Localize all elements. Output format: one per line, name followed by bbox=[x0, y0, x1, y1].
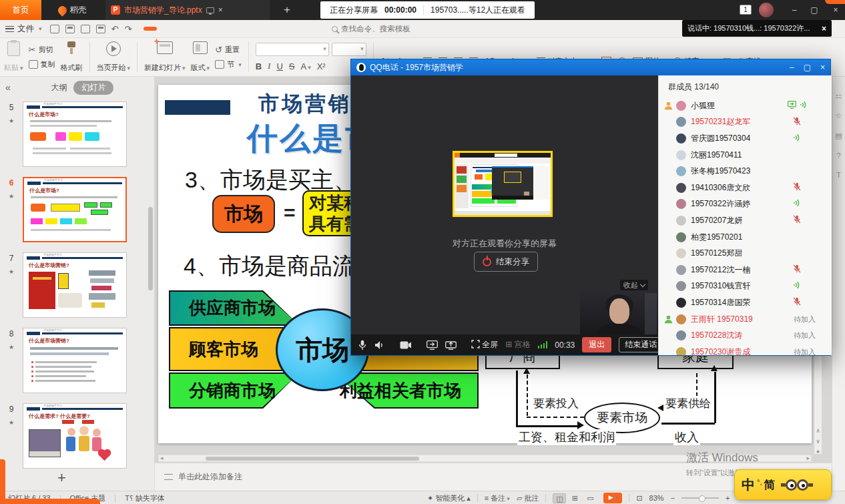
menu-tab[interactable] bbox=[240, 27, 253, 31]
font-family-select[interactable] bbox=[256, 43, 329, 56]
zoom-out-button[interactable]: − bbox=[671, 494, 675, 502]
tab-home[interactable]: 首页 bbox=[0, 0, 41, 20]
restore-button[interactable]: ▢ bbox=[805, 0, 824, 20]
undo-icon[interactable]: ↶ bbox=[111, 24, 119, 34]
slide-thumbnail[interactable]: 市场营销学导论 什么是市场营销? bbox=[23, 252, 127, 318]
ime-indicator[interactable]: 中 °, 简 bbox=[734, 469, 832, 500]
help-icon[interactable]: ? bbox=[836, 152, 840, 160]
close-tab-icon[interactable]: × bbox=[218, 0, 223, 20]
message-count-badge[interactable]: 1 bbox=[740, 5, 752, 15]
prev-slide-button[interactable]: ∧ bbox=[816, 427, 820, 434]
beautify-button[interactable]: ✦ 智能美化 ▴ bbox=[427, 493, 471, 503]
new-tab-button[interactable]: + bbox=[278, 0, 296, 20]
notes-toggle-button[interactable]: ≡ 备注 bbox=[485, 493, 510, 503]
paste-button[interactable]: 粘贴 bbox=[4, 40, 23, 74]
qq-restore-button[interactable]: ▢ bbox=[804, 63, 811, 72]
menu-tab[interactable] bbox=[144, 27, 157, 31]
tab-outline[interactable]: 大纲 bbox=[51, 82, 67, 93]
menu-tab[interactable] bbox=[192, 27, 205, 31]
collapse-video-button[interactable]: 收起 bbox=[620, 280, 648, 290]
sidebar-scrollbar[interactable] bbox=[148, 207, 153, 290]
qq-close-button[interactable]: × bbox=[820, 63, 825, 72]
scrollbar-thumb[interactable] bbox=[206, 457, 419, 461]
reading-view-button[interactable]: ▭ bbox=[583, 493, 597, 503]
toast-close-icon[interactable]: × bbox=[822, 24, 826, 33]
font-color-button[interactable]: A bbox=[300, 61, 310, 71]
qq-minimize-button[interactable]: – bbox=[790, 63, 794, 72]
tab-document[interactable]: P 市场营销学_导论.pptx × bbox=[105, 0, 270, 20]
member-row[interactable]: 管庆圆19570304 bbox=[659, 130, 832, 147]
end-share-button[interactable]: 结束分享 bbox=[474, 252, 538, 272]
clipboard-pane-icon[interactable]: ▤ bbox=[835, 132, 842, 140]
normal-view-button[interactable]: ◫ bbox=[553, 493, 566, 503]
reset-button[interactable]: ↺重置 bbox=[215, 45, 242, 55]
member-row[interactable]: 小狐狸 bbox=[659, 97, 832, 114]
scroll-right-icon[interactable]: ▸ bbox=[806, 455, 810, 461]
layout-button[interactable]: 版式 bbox=[191, 40, 210, 74]
zoom-level[interactable]: 83% bbox=[649, 494, 664, 502]
camera-icon[interactable] bbox=[400, 341, 412, 349]
missing-font-warning[interactable]: T⸮ 缺失字体 bbox=[125, 493, 165, 503]
next-slide-button[interactable]: ∨ bbox=[816, 438, 820, 445]
slideshow-button[interactable]: ▶ bbox=[603, 493, 622, 503]
speaker-icon[interactable] bbox=[374, 340, 385, 350]
slide-thumbnail[interactable]: 市场营销学导论 什么是需求? 什么是需要? bbox=[23, 403, 127, 469]
demo-screen-icon[interactable] bbox=[445, 340, 457, 350]
menu-tab[interactable] bbox=[256, 27, 269, 31]
text-tool-icon[interactable]: T bbox=[836, 171, 841, 179]
member-row[interactable]: 19570228沈涛 待加入 bbox=[659, 327, 832, 344]
qq-call-window[interactable]: QQ电话 - 1957市场营销学 – ▢ × 对方正在观看你分享的屏幕 bbox=[350, 59, 831, 356]
member-row[interactable]: 19410306唐文欣 bbox=[659, 180, 832, 196]
print-preview-icon[interactable] bbox=[96, 25, 105, 33]
menu-tab[interactable] bbox=[160, 27, 173, 31]
menu-tab[interactable] bbox=[224, 27, 237, 31]
scroll-left-icon[interactable]: ◂ bbox=[160, 455, 164, 461]
user-avatar[interactable] bbox=[759, 3, 774, 17]
mic-icon[interactable] bbox=[358, 340, 367, 350]
member-row[interactable]: 19570314唐国荣 bbox=[659, 294, 832, 311]
print-icon[interactable] bbox=[81, 25, 90, 33]
grid-view-button[interactable]: ⊞ 宫格 bbox=[505, 339, 530, 350]
superscript-button[interactable]: X² bbox=[317, 61, 326, 71]
font-size-select[interactable] bbox=[332, 43, 366, 56]
menu-tab[interactable] bbox=[272, 27, 285, 31]
file-menu-button[interactable]: 文件 bbox=[5, 23, 42, 35]
nav-star-icon[interactable]: ✦ bbox=[816, 449, 821, 455]
share-screen-icon[interactable] bbox=[427, 340, 438, 350]
fit-slide-icon[interactable]: ⊡ bbox=[636, 494, 642, 503]
tab-slides[interactable]: 幻灯片 bbox=[73, 81, 113, 95]
redo-icon[interactable]: ↷ bbox=[124, 24, 131, 34]
zoom-in-button[interactable]: + bbox=[726, 494, 730, 502]
member-row[interactable]: 王雨轩 19570319 待加入 bbox=[659, 311, 832, 328]
member-row[interactable]: 张冬梅19570423 bbox=[659, 163, 832, 180]
strikethrough-button[interactable]: S bbox=[289, 61, 295, 71]
search-input[interactable] bbox=[341, 25, 428, 33]
slide-thumbnail[interactable]: 市场营销学导论 什么是市场? bbox=[23, 101, 127, 167]
member-row[interactable]: 19570212沈一楠 bbox=[659, 262, 832, 278]
command-search[interactable] bbox=[332, 25, 428, 33]
member-row[interactable]: 19570125郑甜 bbox=[659, 245, 832, 262]
slide-thumbnail[interactable]: 市场营销学导论 什么是市场营销? bbox=[23, 328, 127, 393]
member-row[interactable]: 柏雯19570201 bbox=[659, 229, 832, 246]
italic-button[interactable]: I bbox=[268, 61, 270, 71]
bold-button[interactable]: B bbox=[256, 61, 262, 71]
underline-button[interactable]: U bbox=[276, 61, 282, 71]
member-row[interactable]: 沈丽19570411 bbox=[659, 147, 832, 164]
tab-docer[interactable]: 稻壳 bbox=[41, 0, 103, 20]
slide-thumbnail[interactable]: 市场营销学导论 什么是市场? bbox=[23, 177, 127, 242]
member-row[interactable]: 19570322许涵婷 bbox=[659, 196, 832, 213]
minimize-button[interactable]: – bbox=[785, 0, 804, 20]
member-row[interactable]: 19570207龙妍 bbox=[659, 212, 832, 229]
play-from-current-button[interactable]: 当页开始 bbox=[97, 40, 131, 74]
menu-tab[interactable] bbox=[208, 27, 221, 31]
zoom-slider[interactable] bbox=[681, 497, 719, 499]
member-row[interactable]: 19570230谢贵成 待加入 bbox=[659, 344, 832, 355]
collapse-panel-button[interactable]: « bbox=[5, 82, 11, 93]
member-row[interactable]: 19570310钱宜轩 bbox=[659, 278, 832, 295]
member-row[interactable]: 19570231赵龙军 bbox=[659, 114, 832, 131]
exit-button[interactable]: 退出 bbox=[582, 337, 611, 352]
new-slide-button[interactable]: 新建幻灯片 bbox=[144, 40, 186, 74]
end-call-button[interactable]: 结束通话 bbox=[619, 337, 663, 352]
add-slide-button[interactable]: + bbox=[57, 469, 66, 487]
section-button[interactable]: 节 bbox=[215, 59, 242, 69]
